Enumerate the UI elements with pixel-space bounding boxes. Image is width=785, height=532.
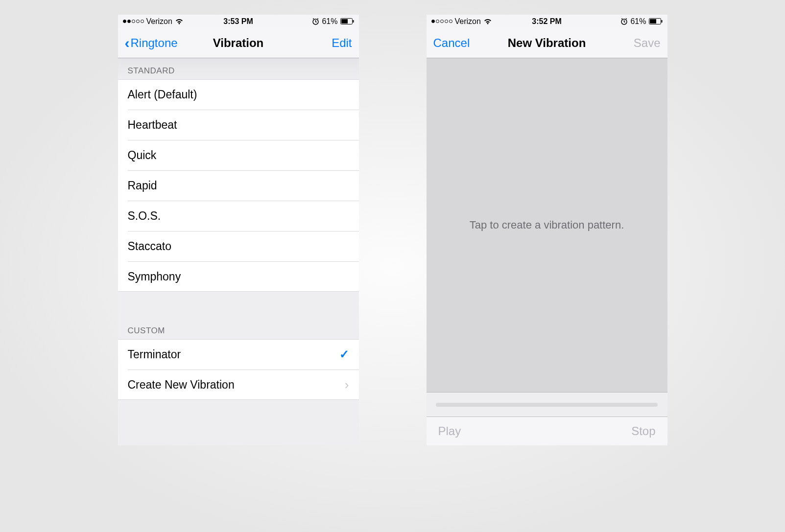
list-item[interactable]: Staccato (118, 231, 359, 261)
list-item[interactable]: Quick (118, 140, 359, 170)
checkmark-icon: ✓ (339, 347, 349, 361)
svg-rect-7 (661, 20, 662, 23)
vibration-table[interactable]: STANDARD Alert (Default) Heartbeat Quick… (118, 58, 359, 445)
battery-percent: 61% (630, 17, 646, 26)
edit-button[interactable]: Edit (332, 36, 352, 50)
list-item[interactable]: S.O.S. (118, 201, 359, 231)
nav-bar: ‹ Ringtone Vibration Edit (118, 28, 359, 58)
alarm-icon (312, 18, 319, 25)
wifi-icon (175, 18, 184, 24)
signal-dots-icon (431, 20, 452, 23)
nav-bar: Cancel New Vibration Save (427, 28, 667, 58)
signal-dots-icon (123, 20, 144, 23)
carrier-label: Verizon (455, 17, 481, 26)
chevron-left-icon: ‹ (125, 36, 130, 50)
svg-rect-2 (341, 19, 348, 23)
play-button[interactable]: Play (438, 424, 461, 438)
status-bar: Verizon 3:53 PM 61% (118, 15, 359, 28)
status-bar: Verizon 3:52 PM 61% (427, 15, 667, 28)
list-item[interactable]: Rapid (118, 170, 359, 201)
list-item[interactable]: Symphony (118, 261, 359, 292)
phone-new-vibration: Verizon 3:52 PM 61% Cancel New Vibration… (427, 15, 667, 445)
custom-list: Terminator ✓ Create New Vibration › (118, 339, 359, 400)
list-item-terminator[interactable]: Terminator ✓ (118, 339, 359, 370)
svg-rect-3 (353, 20, 354, 23)
svg-rect-6 (650, 19, 656, 23)
list-item-create-new[interactable]: Create New Vibration › (118, 370, 359, 400)
list-item[interactable]: Alert (Default) (118, 79, 359, 110)
save-button[interactable]: Save (634, 36, 661, 50)
tap-prompt: Tap to create a vibration pattern. (470, 219, 624, 231)
stop-button[interactable]: Stop (631, 424, 655, 438)
battery-icon (340, 18, 354, 24)
list-item[interactable]: Heartbeat (118, 110, 359, 140)
battery-percent: 61% (322, 17, 337, 26)
phone-vibration-list: Verizon 3:53 PM 61% ‹ Ringtone (118, 15, 359, 445)
progress-row (427, 393, 667, 417)
wifi-icon (483, 18, 492, 24)
alarm-icon (620, 18, 628, 25)
battery-icon (649, 18, 663, 24)
back-label: Ringtone (131, 36, 178, 50)
cancel-button[interactable]: Cancel (433, 36, 470, 50)
toolbar: Play Stop (427, 417, 667, 445)
chevron-right-icon: › (345, 378, 349, 391)
progress-bar (436, 403, 658, 407)
carrier-label: Verizon (146, 17, 172, 26)
tap-area[interactable]: Tap to create a vibration pattern. (427, 58, 667, 393)
section-header-custom: CUSTOM (118, 318, 359, 339)
section-header-standard: STANDARD (118, 58, 359, 79)
standard-list: Alert (Default) Heartbeat Quick Rapid S.… (118, 79, 359, 292)
back-button[interactable]: ‹ Ringtone (125, 36, 178, 50)
